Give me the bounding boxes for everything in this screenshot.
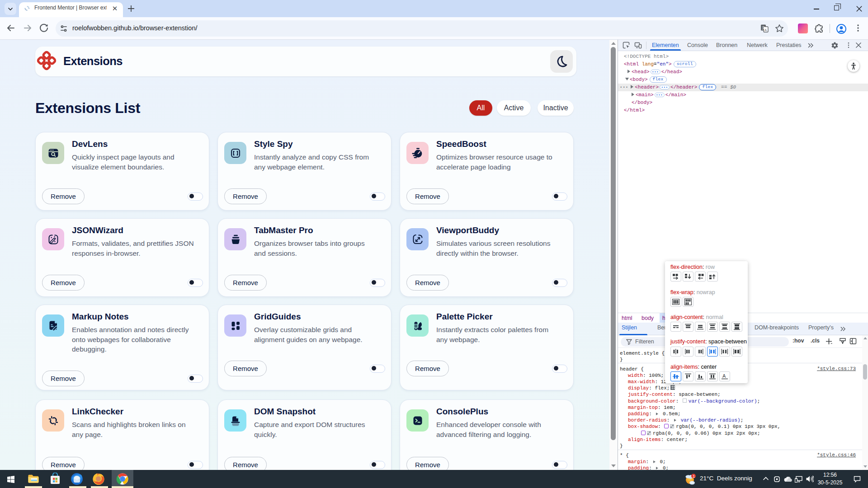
- svg-text:A: A: [722, 373, 726, 379]
- svg-text:A: A: [764, 28, 767, 32]
- svg-text:1: 1: [693, 474, 695, 479]
